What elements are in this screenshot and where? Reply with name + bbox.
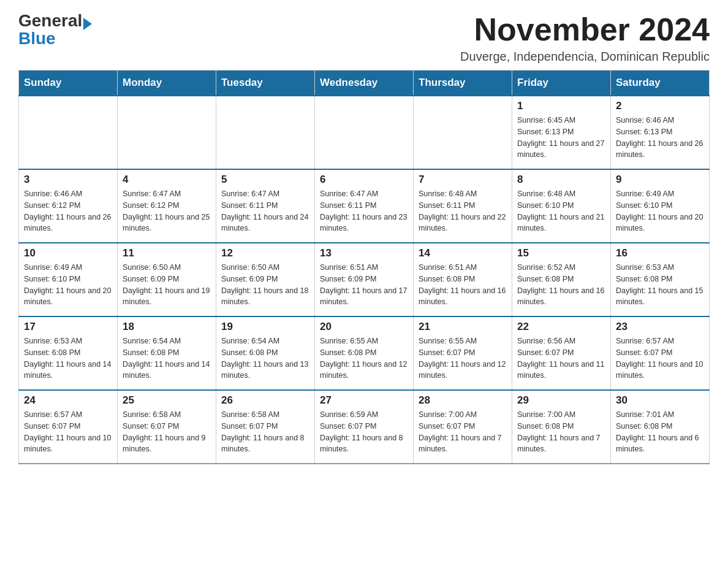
calendar-week-5: 24Sunrise: 6:57 AM Sunset: 6:07 PM Dayli… [19,390,710,464]
table-row [315,96,414,169]
day-info: Sunrise: 6:46 AM Sunset: 6:13 PM Dayligh… [616,115,704,161]
day-info: Sunrise: 6:54 AM Sunset: 6:08 PM Dayligh… [123,335,211,381]
day-info: Sunrise: 6:48 AM Sunset: 6:11 PM Dayligh… [419,188,507,234]
day-number: 11 [123,247,211,259]
calendar-week-1: 1Sunrise: 6:45 AM Sunset: 6:13 PM Daylig… [19,96,710,169]
day-info: Sunrise: 7:00 AM Sunset: 6:07 PM Dayligh… [419,409,507,455]
header-tuesday: Tuesday [216,71,315,96]
location-subtitle: Duverge, Independencia, Dominican Republ… [460,50,710,64]
table-row: 12Sunrise: 6:50 AM Sunset: 6:09 PM Dayli… [216,243,315,316]
table-row: 4Sunrise: 6:47 AM Sunset: 6:12 PM Daylig… [118,169,216,243]
day-info: Sunrise: 6:47 AM Sunset: 6:12 PM Dayligh… [123,188,211,234]
day-info: Sunrise: 7:00 AM Sunset: 6:08 PM Dayligh… [517,409,605,455]
day-info: Sunrise: 6:58 AM Sunset: 6:07 PM Dayligh… [123,409,211,455]
day-info: Sunrise: 6:59 AM Sunset: 6:07 PM Dayligh… [320,409,408,455]
day-info: Sunrise: 6:57 AM Sunset: 6:07 PM Dayligh… [24,409,112,455]
table-row [19,96,118,169]
day-info: Sunrise: 6:50 AM Sunset: 6:09 PM Dayligh… [221,262,309,308]
day-info: Sunrise: 6:45 AM Sunset: 6:13 PM Dayligh… [517,115,605,161]
day-number: 7 [419,174,507,186]
table-row: 8Sunrise: 6:48 AM Sunset: 6:10 PM Daylig… [512,169,611,243]
logo-line1: General [18,12,92,30]
table-row: 13Sunrise: 6:51 AM Sunset: 6:09 PM Dayli… [315,243,414,316]
day-number: 16 [616,247,704,259]
day-number: 21 [419,321,507,333]
day-info: Sunrise: 6:54 AM Sunset: 6:08 PM Dayligh… [221,335,309,381]
header-saturday: Saturday [611,71,710,96]
day-number: 26 [221,394,309,407]
day-info: Sunrise: 6:55 AM Sunset: 6:07 PM Dayligh… [419,335,507,381]
table-row: 15Sunrise: 6:52 AM Sunset: 6:08 PM Dayli… [512,243,611,316]
table-row: 20Sunrise: 6:55 AM Sunset: 6:08 PM Dayli… [315,316,414,390]
table-row: 28Sunrise: 7:00 AM Sunset: 6:07 PM Dayli… [414,390,512,464]
calendar-week-3: 10Sunrise: 6:49 AM Sunset: 6:10 PM Dayli… [19,243,710,316]
day-info: Sunrise: 6:57 AM Sunset: 6:07 PM Dayligh… [616,335,704,381]
month-title: November 2024 [460,12,710,47]
table-row: 10Sunrise: 6:49 AM Sunset: 6:10 PM Dayli… [19,243,118,316]
day-info: Sunrise: 6:55 AM Sunset: 6:08 PM Dayligh… [320,335,408,381]
day-number: 24 [24,394,112,407]
day-number: 29 [517,394,605,407]
table-row: 18Sunrise: 6:54 AM Sunset: 6:08 PM Dayli… [118,316,216,390]
day-info: Sunrise: 6:53 AM Sunset: 6:08 PM Dayligh… [616,262,704,308]
header-wednesday: Wednesday [315,71,414,96]
day-info: Sunrise: 6:47 AM Sunset: 6:11 PM Dayligh… [320,188,408,234]
day-number: 9 [616,174,704,186]
day-number: 2 [616,100,704,112]
table-row: 30Sunrise: 7:01 AM Sunset: 6:08 PM Dayli… [611,390,710,464]
table-row: 16Sunrise: 6:53 AM Sunset: 6:08 PM Dayli… [611,243,710,316]
day-info: Sunrise: 6:48 AM Sunset: 6:10 PM Dayligh… [517,188,605,234]
table-row: 21Sunrise: 6:55 AM Sunset: 6:07 PM Dayli… [414,316,512,390]
day-number: 6 [320,174,408,186]
day-number: 18 [123,321,211,333]
day-number: 23 [616,321,704,333]
table-row: 2Sunrise: 6:46 AM Sunset: 6:13 PM Daylig… [611,96,710,169]
day-info: Sunrise: 6:49 AM Sunset: 6:10 PM Dayligh… [24,262,112,308]
day-number: 3 [24,174,112,186]
table-row: 23Sunrise: 6:57 AM Sunset: 6:07 PM Dayli… [611,316,710,390]
day-number: 27 [320,394,408,407]
day-info: Sunrise: 6:53 AM Sunset: 6:08 PM Dayligh… [24,335,112,381]
day-info: Sunrise: 6:51 AM Sunset: 6:09 PM Dayligh… [320,262,408,308]
day-number: 28 [419,394,507,407]
table-row: 27Sunrise: 6:59 AM Sunset: 6:07 PM Dayli… [315,390,414,464]
day-number: 20 [320,321,408,333]
logo-blue-text: Blue [18,29,56,48]
day-info: Sunrise: 7:01 AM Sunset: 6:08 PM Dayligh… [616,409,704,455]
day-number: 22 [517,321,605,333]
table-row: 1Sunrise: 6:45 AM Sunset: 6:13 PM Daylig… [512,96,611,169]
title-area: November 2024 Duverge, Independencia, Do… [460,12,710,64]
day-info: Sunrise: 6:52 AM Sunset: 6:08 PM Dayligh… [517,262,605,308]
header-sunday: Sunday [19,71,118,96]
table-row: 5Sunrise: 6:47 AM Sunset: 6:11 PM Daylig… [216,169,315,243]
logo-line2: Blue [18,30,56,47]
day-number: 1 [517,100,605,112]
day-number: 14 [419,247,507,259]
day-number: 13 [320,247,408,259]
day-info: Sunrise: 6:51 AM Sunset: 6:08 PM Dayligh… [419,262,507,308]
table-row: 24Sunrise: 6:57 AM Sunset: 6:07 PM Dayli… [19,390,118,464]
calendar-week-4: 17Sunrise: 6:53 AM Sunset: 6:08 PM Dayli… [19,316,710,390]
day-info: Sunrise: 6:46 AM Sunset: 6:12 PM Dayligh… [24,188,112,234]
table-row [414,96,512,169]
table-row [118,96,216,169]
day-number: 12 [221,247,309,259]
day-info: Sunrise: 6:58 AM Sunset: 6:07 PM Dayligh… [221,409,309,455]
day-info: Sunrise: 6:50 AM Sunset: 6:09 PM Dayligh… [123,262,211,308]
day-number: 4 [123,174,211,186]
table-row: 26Sunrise: 6:58 AM Sunset: 6:07 PM Dayli… [216,390,315,464]
header-friday: Friday [512,71,611,96]
table-row: 11Sunrise: 6:50 AM Sunset: 6:09 PM Dayli… [118,243,216,316]
day-info: Sunrise: 6:47 AM Sunset: 6:11 PM Dayligh… [221,188,309,234]
day-number: 19 [221,321,309,333]
calendar-week-2: 3Sunrise: 6:46 AM Sunset: 6:12 PM Daylig… [19,169,710,243]
table-row: 29Sunrise: 7:00 AM Sunset: 6:08 PM Dayli… [512,390,611,464]
table-row: 9Sunrise: 6:49 AM Sunset: 6:10 PM Daylig… [611,169,710,243]
table-row: 3Sunrise: 6:46 AM Sunset: 6:12 PM Daylig… [19,169,118,243]
logo-arrow-icon [83,18,92,30]
logo-general-text: General [18,11,82,30]
day-number: 10 [24,247,112,259]
table-row: 19Sunrise: 6:54 AM Sunset: 6:08 PM Dayli… [216,316,315,390]
table-row: 7Sunrise: 6:48 AM Sunset: 6:11 PM Daylig… [414,169,512,243]
table-row: 25Sunrise: 6:58 AM Sunset: 6:07 PM Dayli… [118,390,216,464]
